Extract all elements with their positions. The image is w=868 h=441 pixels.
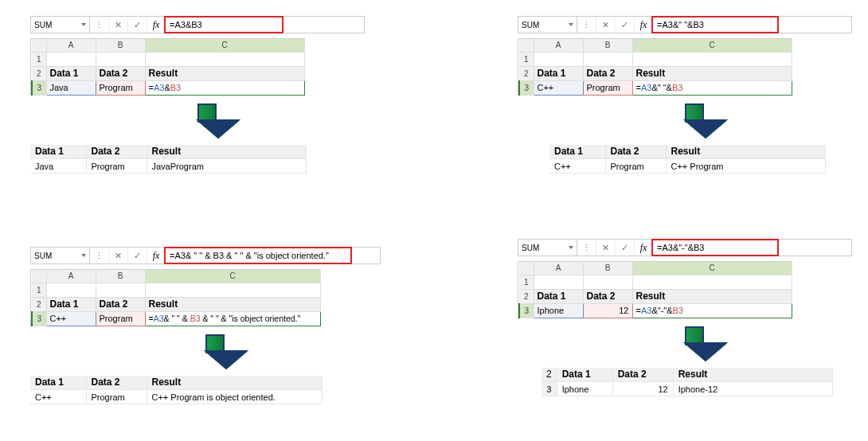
row-header-1[interactable]: 1 xyxy=(32,52,46,66)
cell-header[interactable]: Data 1 xyxy=(46,66,96,80)
worksheet-grid[interactable]: A B C 1 2 Data 1 Data 2 Result 3 Iphone … xyxy=(518,261,792,318)
fx-icon[interactable]: fx xyxy=(147,250,165,262)
cell[interactable] xyxy=(632,275,792,289)
row-header-3[interactable]: 3 xyxy=(32,311,46,326)
formula-input[interactable]: =A3&"-"&B3 xyxy=(651,239,779,256)
cell-header[interactable]: Result xyxy=(145,66,304,80)
cell-header[interactable]: Data 2 xyxy=(96,297,145,311)
cell-header[interactable]: Data 1 xyxy=(534,289,583,303)
cell[interactable] xyxy=(145,283,320,297)
cell[interactable] xyxy=(46,52,96,66)
cell-b3[interactable]: Program xyxy=(96,80,145,95)
formula-input[interactable]: =A3&" "&B3 xyxy=(651,16,779,33)
cell-a3[interactable]: C++ xyxy=(46,311,96,326)
col-header-c[interactable]: C xyxy=(145,39,304,52)
name-box[interactable]: SUM xyxy=(518,240,577,256)
cell-header[interactable]: Data 1 xyxy=(534,66,583,80)
col-header-a[interactable]: A xyxy=(46,270,96,283)
row-header-1[interactable]: 1 xyxy=(519,275,534,289)
result-cell: 12 xyxy=(612,382,673,396)
select-all-corner[interactable] xyxy=(32,39,46,52)
formula-input[interactable]: =A3&B3 xyxy=(164,16,283,33)
enter-icon[interactable]: ✓ xyxy=(616,240,635,256)
cancel-icon[interactable]: ✕ xyxy=(109,248,128,263)
cell-header[interactable]: Data 2 xyxy=(583,289,632,303)
enter-icon[interactable]: ✓ xyxy=(616,17,635,33)
row-header-2[interactable]: 2 xyxy=(32,66,46,80)
cell-c3[interactable]: =A3&B3 xyxy=(145,80,304,95)
cancel-icon[interactable]: ✕ xyxy=(109,17,128,33)
row-header-2[interactable]: 2 xyxy=(32,297,46,311)
formula-input[interactable]: =A3& " " & B3 & " " & "is object oriente… xyxy=(164,247,352,264)
cell[interactable] xyxy=(583,275,632,289)
row-header-2[interactable]: 2 xyxy=(519,289,534,303)
cell[interactable] xyxy=(145,52,304,66)
col-header-c[interactable]: C xyxy=(145,270,320,283)
row-header-1[interactable]: 1 xyxy=(32,283,46,297)
result-header: Result xyxy=(147,376,322,390)
cell[interactable] xyxy=(96,52,145,66)
cell-b3[interactable]: 12 xyxy=(583,303,632,318)
cell-header[interactable]: Data 2 xyxy=(583,66,632,80)
name-box[interactable]: SUM xyxy=(31,248,90,263)
cell[interactable] xyxy=(96,283,145,297)
row-header: 2 xyxy=(542,368,557,382)
row-header-3[interactable]: 3 xyxy=(32,80,46,95)
cell-b3[interactable]: Program xyxy=(96,311,145,326)
chevron-down-icon[interactable] xyxy=(81,23,86,26)
cell-header[interactable]: Result xyxy=(632,289,792,303)
select-all-corner[interactable] xyxy=(519,39,534,52)
col-header-c[interactable]: C xyxy=(632,39,792,52)
chevron-down-icon[interactable] xyxy=(81,254,86,257)
fx-icon[interactable]: fx xyxy=(635,19,652,31)
row-header-2[interactable]: 2 xyxy=(519,66,534,80)
cell-header[interactable]: Data 2 xyxy=(96,66,145,80)
worksheet-grid[interactable]: A B C 1 2 Data 1 Data 2 Result 3 Java Pr… xyxy=(30,38,305,96)
row-header-1[interactable]: 1 xyxy=(519,52,534,66)
name-box[interactable]: SUM xyxy=(31,17,90,33)
cell-c3[interactable]: =A3&"-"&B3 xyxy=(632,303,792,318)
cell-c3[interactable]: =A3&" "&B3 xyxy=(632,80,792,95)
cell[interactable] xyxy=(632,52,792,66)
row-header-3[interactable]: 3 xyxy=(519,80,534,95)
cell-header[interactable]: Result xyxy=(145,297,320,311)
cell-a3[interactable]: C++ xyxy=(534,80,583,95)
cancel-icon[interactable]: ✕ xyxy=(596,240,616,256)
chevron-down-icon[interactable] xyxy=(569,23,573,26)
cell[interactable] xyxy=(534,275,583,289)
chevron-down-icon[interactable] xyxy=(569,246,573,249)
col-header-b[interactable]: B xyxy=(583,39,632,52)
cell[interactable] xyxy=(46,283,96,297)
cell-a3[interactable]: Java xyxy=(46,80,96,95)
col-header-c[interactable]: C xyxy=(632,262,792,275)
cell-c3[interactable]: =A3& " " & B3 & " " & "is object oriente… xyxy=(145,311,320,326)
col-header-b[interactable]: B xyxy=(583,262,632,275)
name-box[interactable]: SUM xyxy=(518,17,577,33)
cancel-icon[interactable]: ✕ xyxy=(596,17,616,33)
cell-header[interactable]: Result xyxy=(632,66,792,80)
cell-b3[interactable]: Program xyxy=(583,80,632,95)
enter-icon[interactable]: ✓ xyxy=(128,248,147,263)
col-header-b[interactable]: B xyxy=(96,39,145,52)
select-all-corner[interactable] xyxy=(32,270,46,283)
cell[interactable] xyxy=(583,52,632,66)
cell-header[interactable]: Data 1 xyxy=(46,297,96,311)
fx-icon[interactable]: fx xyxy=(147,19,165,31)
select-all-corner[interactable] xyxy=(519,262,534,275)
cell-a3[interactable]: Iphone xyxy=(534,303,583,318)
name-box-value: SUM xyxy=(522,21,539,29)
col-header-b[interactable]: B xyxy=(96,270,145,283)
result-cell: Iphone xyxy=(557,382,612,396)
result-header: Data 1 xyxy=(549,145,605,159)
col-header-a[interactable]: A xyxy=(46,39,96,52)
row-header: 3 xyxy=(542,382,557,396)
col-header-a[interactable]: A xyxy=(534,262,583,275)
worksheet-grid[interactable]: A B C 1 2 Data 1 Data 2 Result 3 C++ Pro… xyxy=(518,38,792,96)
fx-icon[interactable]: fx xyxy=(635,242,652,254)
col-header-a[interactable]: A xyxy=(534,39,583,52)
row-header-3[interactable]: 3 xyxy=(519,303,534,318)
cell[interactable] xyxy=(534,52,583,66)
enter-icon[interactable]: ✓ xyxy=(128,17,147,33)
name-box-value: SUM xyxy=(34,21,52,29)
worksheet-grid[interactable]: A B C 1 2 Data 1 Data 2 Result 3 C++ Pro… xyxy=(30,269,321,326)
